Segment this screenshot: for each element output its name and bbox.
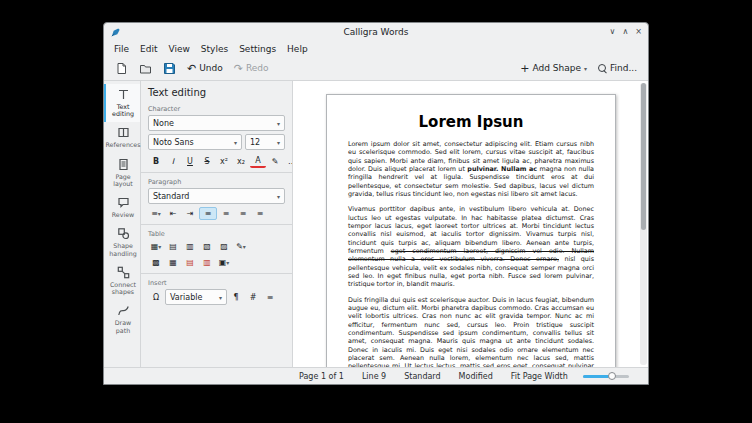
insert-pilcrow-button[interactable]: ¶: [228, 291, 244, 304]
statusbar: Page 1 of 1 Line 9 Standard Modified Fit…: [104, 367, 648, 384]
border-style-button[interactable]: ▣ ▾: [216, 256, 232, 269]
menu-view[interactable]: View: [164, 43, 195, 55]
chevron-down-icon: ▾: [158, 243, 161, 250]
strikethrough-button[interactable]: S: [199, 155, 215, 168]
list-style-button[interactable]: ≡ ▾: [148, 207, 164, 220]
save-document-button[interactable]: [159, 59, 180, 77]
insert-table-button[interactable]: ▦ ▾: [148, 240, 164, 253]
main-area: Text editing References Page layout Revi…: [104, 81, 648, 367]
align-right-button[interactable]: ≡: [235, 207, 251, 220]
align-justify-button[interactable]: ≡: [252, 207, 268, 220]
zoom-slider-fill: [583, 375, 610, 378]
delete-column-button[interactable]: ▥: [199, 256, 215, 269]
paragraph-2: Vivamus porttitor dapibus ante, in vesti…: [348, 205, 594, 288]
insert-table-icon: ▦: [151, 242, 159, 251]
undo-button[interactable]: ↶ Undo: [183, 59, 227, 77]
bold-button[interactable]: B: [148, 155, 164, 168]
page-indicator[interactable]: Page 1 of 1: [290, 372, 353, 381]
chevron-down-icon: ▾: [219, 294, 222, 301]
titlebar[interactable]: Calligra Words ∨ ∧ ×: [104, 23, 648, 41]
find-label: Find...: [610, 63, 637, 73]
variable-select[interactable]: Variable ▾: [165, 289, 227, 305]
highlight-button[interactable]: ✎: [267, 155, 283, 168]
more-options-button[interactable]: …: [284, 155, 293, 168]
add-shape-button[interactable]: + Add Shape ▾: [516, 59, 591, 77]
redo-button[interactable]: ↷ Redo: [230, 59, 273, 77]
character-section-label: Character: [148, 105, 285, 113]
underline-button[interactable]: U: [182, 155, 198, 168]
tab-references[interactable]: References: [104, 122, 140, 153]
menu-edit[interactable]: Edit: [135, 43, 162, 55]
document-page[interactable]: Lorem Ipsun Lorem ipsum dolor sit amet, …: [326, 94, 616, 367]
table-pen-button[interactable]: ✎ ▾: [233, 240, 249, 253]
increase-indent-button[interactable]: ⇥: [182, 207, 198, 220]
paragraph-3: Duis fringilla dui quis est scelerisque …: [348, 296, 594, 367]
align-left-button[interactable]: ≡: [199, 207, 217, 220]
shape-handling-icon: [117, 227, 130, 240]
font-size-select[interactable]: 12 ▾: [245, 134, 285, 150]
close-icon[interactable]: ×: [635, 27, 642, 37]
text-editing-icon: [117, 88, 130, 101]
insert-toc-button[interactable]: ≡: [262, 291, 278, 304]
separator: [141, 273, 292, 274]
chevron-down-icon: ▾: [277, 139, 280, 146]
font-family-select[interactable]: Noto Sans ▾: [148, 134, 242, 150]
superscript-button[interactable]: x²: [216, 155, 232, 168]
zoom-slider[interactable]: [583, 371, 629, 381]
vertical-scrollbar[interactable]: [640, 83, 647, 365]
insert-column-right-button[interactable]: ▨: [216, 240, 232, 253]
scrollbar-thumb[interactable]: [641, 83, 646, 230]
insert-row-above-button[interactable]: ▤: [165, 240, 181, 253]
insert-row-below-button[interactable]: ▥: [182, 240, 198, 253]
menubar: File Edit View Styles Settings Help: [104, 41, 648, 56]
tool-tabstrip: Text editing References Page layout Revi…: [104, 81, 141, 367]
chevron-down-icon: ▾: [584, 65, 587, 72]
document-canvas[interactable]: Lorem Ipsun Lorem ipsum dolor sit amet, …: [293, 81, 648, 367]
tab-review[interactable]: Review: [104, 192, 140, 223]
menu-file[interactable]: File: [109, 43, 134, 55]
zoom-slider-handle[interactable]: [608, 372, 616, 380]
special-character-button[interactable]: Ω: [148, 291, 164, 304]
undo-icon: ↶: [187, 63, 196, 74]
chevron-down-icon: ▾: [158, 210, 161, 217]
separator: [141, 172, 292, 173]
split-cells-button[interactable]: ▦: [165, 256, 181, 269]
separator: [141, 224, 292, 225]
line-indicator[interactable]: Line 9: [353, 372, 395, 381]
insert-column-left-button[interactable]: ▧: [199, 240, 215, 253]
tab-draw-path[interactable]: Draw path: [104, 300, 140, 338]
open-document-button[interactable]: [135, 59, 156, 77]
insert-page-number-button[interactable]: #: [245, 291, 261, 304]
delete-row-button[interactable]: ▤: [182, 256, 198, 269]
paragraph-style-select[interactable]: Standard ▾: [148, 188, 285, 204]
document-heading: Lorem Ipsun: [348, 113, 594, 131]
open-folder-icon: [139, 62, 152, 75]
paragraph-1: Lorem ipsum dolor sit amet, consectetur …: [348, 140, 594, 198]
new-document-icon: [115, 62, 128, 75]
chevron-down-icon: ▾: [226, 259, 229, 266]
menu-styles[interactable]: Styles: [196, 43, 233, 55]
character-style-select[interactable]: None ▾: [148, 115, 285, 131]
style-indicator[interactable]: Standard: [395, 372, 449, 381]
zoom-mode[interactable]: Fit Page Width: [502, 372, 577, 381]
tool-options-panel: Text editing Character None ▾ Noto Sans …: [141, 81, 293, 367]
tab-shape-handling[interactable]: Shape handling: [104, 223, 140, 261]
maximize-icon[interactable]: ∧: [622, 27, 628, 37]
tab-text-editing[interactable]: Text editing: [104, 84, 140, 122]
merge-cells-button[interactable]: ▩: [148, 256, 164, 269]
modified-indicator: Modified: [450, 372, 502, 381]
align-center-button[interactable]: ≡: [218, 207, 234, 220]
italic-button[interactable]: I: [165, 155, 181, 168]
decrease-indent-button[interactable]: ⇤: [165, 207, 181, 220]
menu-settings[interactable]: Settings: [234, 43, 281, 55]
new-document-button[interactable]: [111, 59, 132, 77]
font-color-button[interactable]: A: [250, 155, 266, 168]
find-button[interactable]: Find...: [594, 59, 641, 77]
tab-page-layout[interactable]: Page layout: [104, 154, 140, 192]
table-section-label: Table: [148, 230, 285, 238]
redo-icon: ↷: [234, 63, 243, 74]
subscript-button[interactable]: x₂: [233, 155, 249, 168]
minimize-icon[interactable]: ∨: [610, 27, 616, 37]
menu-help[interactable]: Help: [282, 43, 313, 55]
tab-connect-shapes[interactable]: Connect shapes: [104, 262, 140, 300]
